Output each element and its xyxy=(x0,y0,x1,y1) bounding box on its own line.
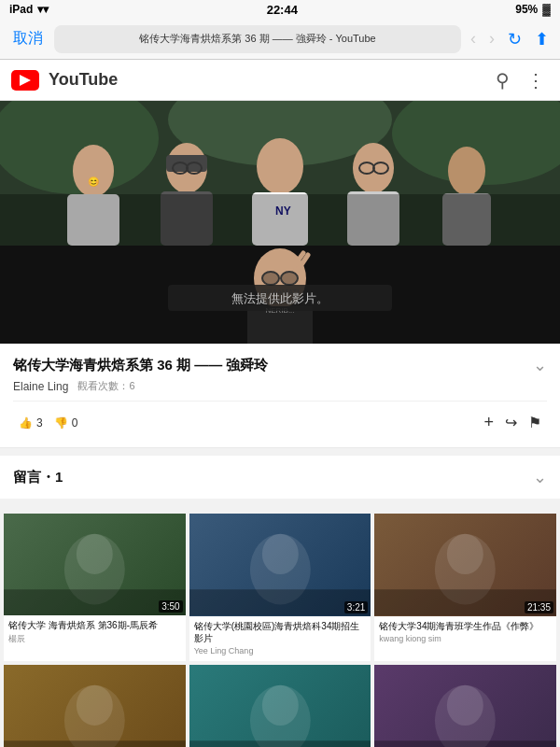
svg-rect-59 xyxy=(374,740,556,747)
video-card[interactable]: 5:22 铭传大学34期海青班電視進階作業72小時《… 龍魅 xyxy=(374,665,556,748)
svg-text:😊: 😊 xyxy=(88,176,100,188)
video-card-channel: kwang kiong sim xyxy=(379,634,552,643)
svg-point-42 xyxy=(262,534,299,574)
video-card-channel: Yee Ling Chang xyxy=(194,646,367,655)
video-actions: 👍 3 👎 0 + ↪ ⚑ xyxy=(13,401,547,440)
flag-button[interactable]: ⚑ xyxy=(523,410,547,435)
video-views: 觀看次數：6 xyxy=(77,379,134,393)
svg-rect-55 xyxy=(189,740,371,747)
browser-cancel-button[interactable]: 取消 xyxy=(7,25,49,52)
svg-point-4 xyxy=(73,145,114,197)
youtube-more-button[interactable]: ⋮ xyxy=(523,65,549,95)
dislike-button[interactable]: 👎 0 xyxy=(49,413,84,433)
svg-text:無法提供此影片。: 無法提供此影片。 xyxy=(231,291,329,305)
video-card[interactable]: 3:50 铭传大学 海青烘焙系 第36期-馬辰希 楊辰 xyxy=(4,514,186,661)
video-thumbnail: 5:22 xyxy=(374,665,556,748)
svg-rect-23 xyxy=(0,194,560,246)
video-card[interactable]: 21:35 铭传大学34期海青班学生作品《作弊》 kwang kiong sim xyxy=(374,514,556,661)
video-meta: Elaine Ling 觀看次數：6 xyxy=(13,379,547,393)
video-grid: 3:50 铭传大学 海青烘焙系 第36期-馬辰希 楊辰 3:21 铭传大学(桃園… xyxy=(0,510,560,747)
video-card[interactable]: 3:21 铭传大学(桃園校區)海青烘焙科34期招生影片 Yee Ling Cha… xyxy=(189,514,371,661)
share-button[interactable]: ↪ xyxy=(499,410,523,435)
video-duration: 3:50 xyxy=(159,600,182,613)
add-button[interactable]: + xyxy=(478,409,499,436)
svg-point-14 xyxy=(448,147,485,195)
video-card-channel: 楊辰 xyxy=(8,633,181,645)
add-icon: + xyxy=(483,413,494,432)
svg-point-32 xyxy=(262,272,279,285)
browser-refresh-button[interactable]: ↻ xyxy=(504,25,525,53)
video-card[interactable]: 4:52 铭传大学34期海青班電視進階作業 72小時《… Cameron Toh xyxy=(189,665,371,748)
video-card-title: 铭传大学(桃園校區)海青烘焙科34期招生影片 xyxy=(194,620,367,644)
video-title: 铭传大学海青烘焙系第 36 期 —— 強舜玲 xyxy=(13,355,525,374)
video-info: 铭传大学海青烘焙系第 36 期 —— 強舜玲 ⌄ Elaine Ling 觀看次… xyxy=(0,344,560,448)
comments-header: 留言・1 ⌄ xyxy=(13,467,547,487)
browser-title[interactable]: 铭传大学海青烘焙系第 36 期 —— 強舜玲 - YouTube xyxy=(54,25,461,53)
dislike-count: 0 xyxy=(72,416,78,430)
video-title-row: 铭传大学海青烘焙系第 36 期 —— 強舜玲 ⌄ xyxy=(13,355,547,375)
video-card-title: 铭传大学 海青烘焙系 第36期-馬辰希 xyxy=(8,619,181,631)
flag-icon: ⚑ xyxy=(528,414,541,431)
youtube-header-title: YouTube xyxy=(49,70,483,90)
svg-point-58 xyxy=(447,684,483,725)
video-thumbnail: 29:38 xyxy=(4,665,186,748)
share-icon: ↪ xyxy=(505,414,517,431)
browser-back-button[interactable]: ‹ xyxy=(467,25,480,52)
browser-bar: 取消 铭传大学海青烘焙系第 36 期 —— 強舜玲 - YouTube ‹ › … xyxy=(0,19,560,60)
youtube-logo-icon[interactable] xyxy=(11,70,39,91)
like-count: 3 xyxy=(36,416,43,430)
svg-point-10 xyxy=(257,138,303,194)
svg-point-38 xyxy=(77,534,113,574)
svg-point-54 xyxy=(262,684,299,725)
svg-point-46 xyxy=(447,534,483,574)
video-expand-button[interactable]: ⌄ xyxy=(525,355,547,375)
status-left: iPad ▾▾ xyxy=(9,3,49,16)
video-card-info: 铭传大学 海青烘焙系 第36期-馬辰希 楊辰 xyxy=(4,615,186,651)
browser-forward-button[interactable]: › xyxy=(485,25,498,52)
status-right: 95% ▓ xyxy=(515,3,551,16)
video-thumbnail: 21:35 xyxy=(374,514,556,616)
browser-share-button[interactable]: ⬆ xyxy=(531,25,553,53)
top-image-svg: 😊 NY xyxy=(0,101,560,246)
video-card-info: 铭传大学(桃園校區)海青烘焙科34期招生影片 Yee Ling Chang xyxy=(189,616,371,661)
video-thumbnail: 3:21 xyxy=(189,514,371,616)
thumbsup-icon: 👍 xyxy=(19,416,33,430)
wifi-icon: ▾▾ xyxy=(37,3,49,16)
video-thumbnail: 3:50 xyxy=(4,514,186,615)
video-duration: 21:35 xyxy=(525,601,553,613)
video-card[interactable]: 29:38 铭传大学第31期大眾傳播科海青班學製微電影… jiefeng won… xyxy=(4,665,186,748)
video-card-title: 铭传大学34期海青班学生作品《作弊》 xyxy=(379,620,552,632)
comments-section: 留言・1 ⌄ xyxy=(0,456,560,499)
browser-title-text: 铭传大学海青烘焙系第 36 期 —— 強舜玲 - YouTube xyxy=(139,32,375,46)
status-bar: iPad ▾▾ 22:44 95% ▓ xyxy=(0,0,560,19)
video-player: 😊 NY xyxy=(0,101,560,344)
svg-point-33 xyxy=(281,272,298,285)
youtube-search-button[interactable]: ⚲ xyxy=(492,65,513,95)
battery-text: 95% xyxy=(515,3,538,16)
lower-video-svg: GRAAMATI PONNU NERIB... 無法提供此影片。 xyxy=(0,246,560,344)
thumbsdown-icon: 👎 xyxy=(54,416,68,430)
comments-expand-button[interactable]: ⌄ xyxy=(533,467,547,487)
video-card-info: 铭传大学34期海青班学生作品《作弊》 kwang kiong sim xyxy=(374,616,556,649)
status-time: 22:44 xyxy=(267,3,298,17)
recommended-videos: 3:50 铭传大学 海青烘焙系 第36期-馬辰希 楊辰 3:21 铭传大学(桃園… xyxy=(0,506,560,747)
video-lower-area: GRAAMATI PONNU NERIB... 無法提供此影片。 xyxy=(0,246,560,344)
svg-rect-51 xyxy=(4,740,186,747)
comments-title: 留言・1 xyxy=(13,469,63,486)
svg-point-50 xyxy=(77,684,113,725)
video-thumbnail: 4:52 xyxy=(189,665,371,748)
carrier-text: iPad xyxy=(9,3,33,16)
video-channel: Elaine Ling xyxy=(13,380,68,393)
video-duration: 3:21 xyxy=(344,601,368,613)
like-button[interactable]: 👍 3 xyxy=(13,413,49,433)
youtube-header: YouTube ⚲ ⋮ xyxy=(0,60,560,101)
main-content: 😊 NY xyxy=(0,101,560,747)
battery-icon: ▓ xyxy=(542,3,551,16)
video-top-image: 😊 NY xyxy=(0,101,560,246)
